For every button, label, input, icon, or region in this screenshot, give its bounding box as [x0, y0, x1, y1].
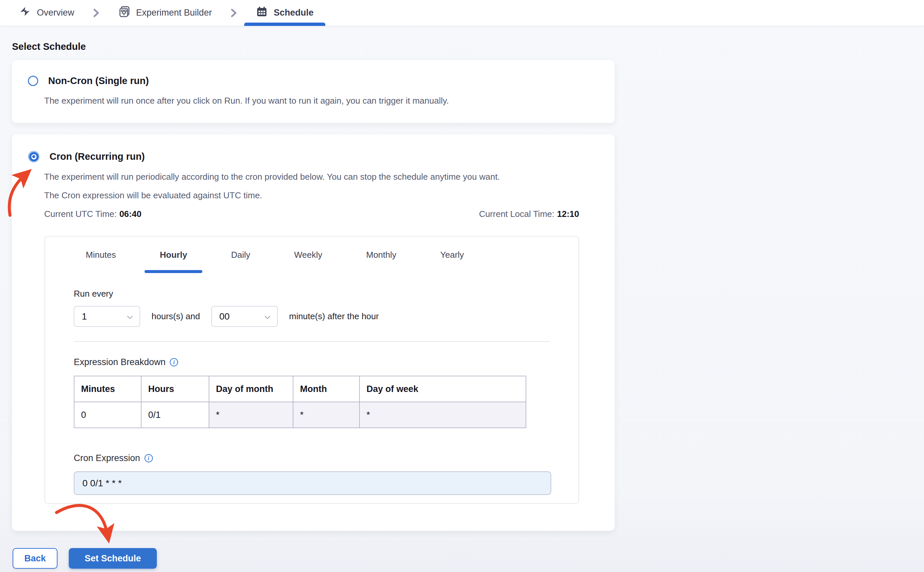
hours-suffix-text: hours(s) and: [151, 311, 200, 322]
cell-day-of-month: *: [209, 402, 293, 428]
cron-title: Cron (Recurring run): [50, 151, 145, 162]
nav-tab-schedule[interactable]: Schedule: [248, 0, 321, 26]
cron-expression-input[interactable]: [74, 471, 551, 495]
info-icon[interactable]: i: [145, 454, 153, 462]
header-month: Month: [293, 376, 359, 402]
info-icon[interactable]: i: [170, 358, 178, 366]
header-minutes: Minutes: [74, 376, 141, 402]
tab-monthly[interactable]: Monthly: [351, 236, 412, 273]
tab-minutes[interactable]: Minutes: [70, 236, 131, 273]
main-content: Select Schedule Non-Cron (Single run) Th…: [0, 41, 924, 569]
chevron-down-icon: [264, 311, 271, 322]
minutes-select[interactable]: 00: [211, 306, 278, 327]
cron-expression-label: Cron Expression: [74, 453, 140, 463]
cell-day-of-week: *: [359, 402, 526, 428]
current-local-time: Current Local Time:12:10: [479, 209, 579, 219]
run-every-label: Run every: [74, 289, 550, 299]
header-hours: Hours: [141, 376, 209, 402]
top-navigation-bar: Overview Experiment Builder: [0, 0, 924, 26]
footer-actions: Back Set Schedule: [12, 548, 912, 569]
header-day-of-month: Day of month: [209, 376, 293, 402]
cron-option-card: Cron (Recurring run) The experiment will…: [12, 134, 614, 531]
local-time-value: 12:10: [557, 209, 579, 219]
section-divider: [74, 341, 550, 342]
current-utc-time: Current UTC Time:06:40: [44, 209, 142, 219]
non-cron-radio[interactable]: [28, 76, 38, 86]
calendar-icon: [256, 6, 268, 20]
non-cron-description: The experiment will run once after you c…: [44, 96, 599, 105]
nav-tab-overview[interactable]: Overview: [11, 0, 82, 26]
pinwheel-icon: [19, 6, 31, 20]
cell-minutes: 0: [74, 402, 141, 428]
minutes-suffix-text: minute(s) after the hour: [289, 311, 379, 322]
expression-breakdown-header: Expression Breakdown i: [74, 357, 550, 367]
non-cron-option-card[interactable]: Non-Cron (Single run) The experiment wil…: [12, 60, 614, 123]
hours-select[interactable]: 1: [74, 306, 140, 327]
frequency-tabs: Minutes Hourly Daily Weekly Monthly Year…: [45, 236, 579, 273]
nav-tab-experiment-builder[interactable]: Experiment Builder: [110, 0, 219, 26]
tab-yearly[interactable]: Yearly: [425, 236, 479, 273]
table-row: 0 0/1 * * *: [74, 402, 526, 428]
nav-tab-overview-label: Overview: [37, 8, 75, 18]
cell-hours: 0/1: [141, 402, 209, 428]
header-day-of-week: Day of week: [359, 376, 526, 402]
chevron-right-icon: [219, 0, 248, 26]
minutes-select-value: 00: [219, 311, 230, 322]
chevron-down-icon: [126, 311, 134, 322]
tab-weekly[interactable]: Weekly: [279, 236, 338, 273]
expression-breakdown-label: Expression Breakdown: [74, 357, 165, 367]
cron-description-1: The experiment will run periodically acc…: [44, 173, 579, 181]
page-title: Select Schedule: [12, 41, 912, 52]
nav-tab-schedule-label: Schedule: [274, 8, 314, 18]
set-schedule-button[interactable]: Set Schedule: [69, 548, 157, 569]
experiment-builder-icon: [118, 6, 130, 20]
utc-time-value: 06:40: [119, 209, 142, 219]
back-button[interactable]: Back: [12, 548, 58, 569]
table-header-row: Minutes Hours Day of month Month Day of …: [74, 376, 526, 402]
cron-expression-header: Cron Expression i: [74, 453, 550, 463]
cron-description-2: The Cron expression will be evaluated ag…: [44, 191, 579, 200]
non-cron-title: Non-Cron (Single run): [48, 75, 149, 86]
hours-select-value: 1: [82, 311, 87, 322]
tab-hourly[interactable]: Hourly: [145, 236, 202, 273]
expression-breakdown-table: Minutes Hours Day of month Month Day of …: [74, 376, 526, 428]
cell-month: *: [293, 402, 359, 428]
nav-tab-experiment-builder-label: Experiment Builder: [136, 8, 212, 18]
cron-scheduler-panel: Minutes Hourly Daily Weekly Monthly Year…: [45, 236, 579, 504]
tab-daily[interactable]: Daily: [216, 236, 266, 273]
chevron-right-icon: [82, 0, 110, 26]
cron-radio[interactable]: [28, 151, 39, 162]
